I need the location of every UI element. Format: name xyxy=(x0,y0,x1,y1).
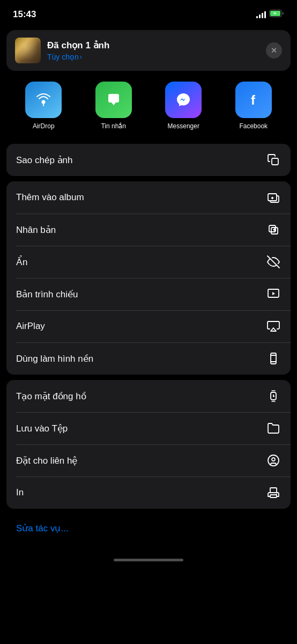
svg-rect-5 xyxy=(272,158,278,165)
close-icon: ✕ xyxy=(271,47,277,54)
airdrop-app-icon xyxy=(25,82,62,118)
svg-rect-17 xyxy=(271,353,276,364)
chevron-right-icon: › xyxy=(80,53,82,61)
svg-point-29 xyxy=(276,494,277,495)
copy-photo-label: Sao chép ảnh xyxy=(16,155,72,166)
duplicate-label: Nhân bản xyxy=(16,224,56,236)
slideshow-icon xyxy=(266,287,281,302)
print-label: In xyxy=(16,487,24,498)
share-app-facebook[interactable]: f Facebook xyxy=(235,82,272,130)
watch-icon xyxy=(266,389,281,404)
add-album-icon xyxy=(266,190,281,205)
home-bar xyxy=(114,559,183,561)
header-options-link[interactable]: Tùy chọn › xyxy=(47,53,109,61)
set-contact-label: Đặt cho liên hệ xyxy=(16,455,78,466)
wallpaper-item[interactable]: Dùng làm hình nền xyxy=(6,342,291,375)
hide-icon xyxy=(266,254,281,269)
edit-actions-label[interactable]: Sửa tác vụ... xyxy=(16,523,69,533)
share-apps-row: AirDrop Tin nhắn Messenger f Facebook xyxy=(0,71,297,138)
header-card: Đã chọn 1 ảnh Tùy chọn › ✕ xyxy=(6,30,291,71)
messenger-label: Messenger xyxy=(168,122,199,130)
add-album-label: Thêm vào album xyxy=(16,192,84,203)
svg-rect-27 xyxy=(270,495,277,497)
header-left: Đã chọn 1 ảnh Tùy chọn › xyxy=(15,38,109,63)
copy-photo-item[interactable]: Sao chép ảnh xyxy=(6,144,291,176)
wallpaper-icon xyxy=(266,351,281,366)
status-bar: 15:43 xyxy=(0,0,297,26)
airplay-icon xyxy=(266,319,281,334)
messenger-app-icon xyxy=(165,82,202,118)
close-button[interactable]: ✕ xyxy=(266,42,282,58)
facebook-app-icon: f xyxy=(235,82,272,118)
facebook-label: Facebook xyxy=(239,122,268,130)
airplay-item[interactable]: AirPlay xyxy=(6,310,291,342)
share-app-airdrop[interactable]: AirDrop xyxy=(25,82,62,130)
print-item[interactable]: In xyxy=(6,477,291,509)
svg-marker-16 xyxy=(271,328,276,331)
svg-marker-15 xyxy=(272,292,275,295)
action-group-1: Sao chép ảnh xyxy=(6,144,291,176)
header-text-group: Đã chọn 1 ảnh Tùy chọn › xyxy=(47,40,109,61)
save-files-label: Lưu vào Tệp xyxy=(16,423,68,434)
messages-app-icon xyxy=(95,82,132,118)
battery-icon xyxy=(269,10,284,19)
action-group-3: Tạo mặt đồng hồ Lưu vào Tệp Đặt cho liên… xyxy=(6,380,291,509)
add-album-item[interactable]: Thêm vào album xyxy=(6,181,291,214)
share-app-messenger[interactable]: Messenger xyxy=(165,82,202,130)
copy-icon xyxy=(266,152,281,167)
folder-icon xyxy=(266,421,281,436)
set-contact-item[interactable]: Đặt cho liên hệ xyxy=(6,444,291,477)
messages-label: Tin nhắn xyxy=(101,122,126,130)
action-group-2: Thêm vào album Nhân bản Ẩn xyxy=(6,181,291,375)
airplay-label: AirPlay xyxy=(16,321,45,332)
watch-face-item[interactable]: Tạo mặt đồng hồ xyxy=(6,380,291,412)
print-icon xyxy=(266,485,281,500)
hide-item[interactable]: Ẩn xyxy=(6,246,291,278)
share-app-messages[interactable]: Tin nhắn xyxy=(95,82,132,130)
duplicate-icon xyxy=(266,222,281,237)
svg-rect-28 xyxy=(270,488,277,493)
edit-actions[interactable]: Sửa tác vụ... xyxy=(6,514,291,543)
airdrop-label: AirDrop xyxy=(33,122,55,130)
save-files-item[interactable]: Lưu vào Tệp xyxy=(6,412,291,444)
watch-face-label: Tạo mặt đồng hồ xyxy=(16,391,86,402)
wallpaper-label: Dùng làm hình nền xyxy=(16,353,93,364)
slideshow-item[interactable]: Bản trình chiếu xyxy=(6,278,291,310)
signal-icon xyxy=(256,11,266,18)
selected-photo-thumb xyxy=(15,38,41,63)
slideshow-label: Bản trình chiếu xyxy=(16,289,78,300)
status-time: 15:43 xyxy=(13,9,36,20)
status-icons xyxy=(256,10,284,19)
header-title: Đã chọn 1 ảnh xyxy=(47,40,109,51)
contact-icon xyxy=(266,453,281,468)
hide-label: Ẩn xyxy=(16,257,27,268)
svg-point-26 xyxy=(272,458,275,461)
svg-text:f: f xyxy=(251,93,256,107)
duplicate-item[interactable]: Nhân bản xyxy=(6,214,291,246)
svg-point-25 xyxy=(268,455,279,466)
home-indicator xyxy=(0,553,297,572)
